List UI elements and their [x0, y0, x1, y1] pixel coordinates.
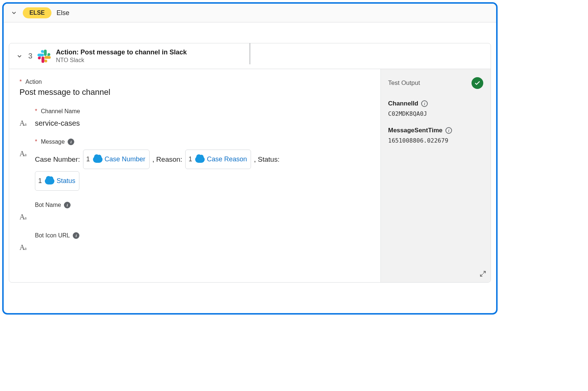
svg-line-1 [480, 274, 483, 276]
message-value[interactable]: Case Number: 1 Case Number , Reason: 1 [35, 150, 280, 169]
action-subtitle: NTO Slack [56, 57, 187, 64]
info-icon[interactable]: i [445, 127, 452, 134]
message-text-segment: Case Number: [35, 151, 80, 168]
text-type-icon: Aa [19, 213, 31, 221]
message-text-segment: , Status: [254, 151, 280, 168]
channel-name-label: *Channel Name [35, 108, 370, 115]
else-label: Else [57, 9, 69, 17]
salesforce-icon [195, 156, 205, 163]
message-label: *Message i [35, 139, 370, 145]
merge-field-status[interactable]: 1 Status [35, 171, 79, 191]
chevron-down-icon[interactable] [10, 9, 18, 17]
else-badge: ELSE [23, 7, 51, 18]
test-output-heading: Test Output [388, 79, 420, 87]
slack-icon [37, 50, 51, 63]
merge-field-case-number[interactable]: 1 Case Number [83, 150, 150, 169]
info-icon[interactable]: i [64, 202, 71, 208]
message-text-segment: , Reason: [153, 151, 182, 168]
salesforce-icon [93, 156, 103, 163]
action-config-pane: *Action Post message to channel *Channel… [9, 69, 380, 282]
chevron-down-icon[interactable] [16, 53, 23, 60]
flow-connector [250, 43, 250, 64]
action-card: 3 Action: Post message to channel in Sla… [9, 43, 491, 283]
text-type-icon: Aa [19, 119, 31, 128]
output-channelid-label: ChannelId i [388, 100, 483, 107]
svg-line-0 [483, 271, 485, 273]
merge-field-case-reason[interactable]: 1 Case Reason [185, 150, 251, 169]
text-type-icon: Aa [19, 243, 31, 252]
bot-name-label: Bot Name i [35, 202, 370, 208]
success-check-icon [472, 77, 483, 89]
bot-icon-url-label: Bot Icon URL i [35, 232, 370, 239]
canvas-area: 3 Action: Post message to channel in Sla… [4, 43, 496, 288]
info-icon[interactable]: i [421, 100, 428, 107]
action-field-value[interactable]: Post message to channel [19, 87, 370, 97]
action-title: Action: Post message to channel in Slack [56, 49, 187, 56]
test-output-pane: Test Output ChannelId i C02MDK8QA0J [380, 69, 491, 282]
action-field-label: *Action [19, 79, 370, 85]
text-type-icon: Aa [19, 150, 31, 158]
output-channelid-value: C02MDK8QA0J [388, 110, 483, 117]
flow-editor-frame: ELSE Else 3 Action: Po [2, 2, 498, 315]
expand-icon[interactable] [480, 270, 486, 279]
output-msgtime-label: MessageSentTime i [388, 127, 483, 134]
salesforce-icon [45, 178, 54, 184]
else-branch-bar[interactable]: ELSE Else [4, 4, 496, 22]
channel-name-value[interactable]: service-cases [35, 119, 80, 128]
info-icon[interactable]: i [68, 139, 74, 145]
step-number: 3 [28, 52, 32, 60]
output-msgtime-value: 1651008806.022679 [388, 137, 483, 144]
info-icon[interactable]: i [73, 232, 79, 239]
